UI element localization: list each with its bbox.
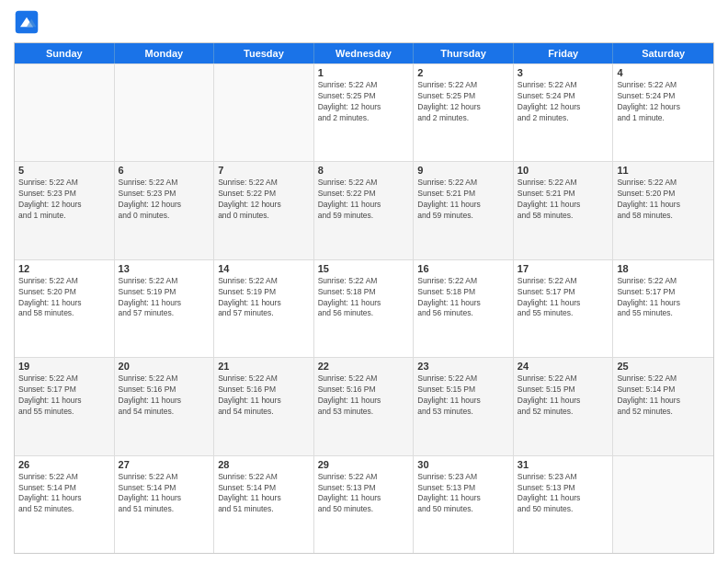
day-number: 18 bbox=[617, 263, 710, 274]
day-number: 19 bbox=[18, 361, 110, 372]
day-cell-16: 16Sunrise: 5:22 AM Sunset: 5:18 PM Dayli… bbox=[414, 260, 514, 357]
day-number: 26 bbox=[18, 459, 110, 470]
cell-info: Sunrise: 5:22 AM Sunset: 5:21 PM Dayligh… bbox=[417, 178, 509, 222]
day-cell-10: 10Sunrise: 5:22 AM Sunset: 5:21 PM Dayli… bbox=[514, 162, 614, 259]
day-number: 8 bbox=[318, 165, 410, 176]
day-cell-9: 9Sunrise: 5:22 AM Sunset: 5:21 PM Daylig… bbox=[414, 162, 514, 259]
day-number: 25 bbox=[617, 361, 710, 372]
day-cell-19: 19Sunrise: 5:22 AM Sunset: 5:17 PM Dayli… bbox=[15, 358, 115, 454]
cell-info: Sunrise: 5:22 AM Sunset: 5:18 PM Dayligh… bbox=[417, 276, 509, 320]
day-cell-18: 18Sunrise: 5:22 AM Sunset: 5:17 PM Dayli… bbox=[613, 260, 713, 357]
cell-info: Sunrise: 5:22 AM Sunset: 5:15 PM Dayligh… bbox=[518, 373, 609, 418]
day-number: 27 bbox=[119, 459, 210, 470]
day-cell-11: 11Sunrise: 5:22 AM Sunset: 5:20 PM Dayli… bbox=[613, 162, 713, 259]
calendar-row-2: 12Sunrise: 5:22 AM Sunset: 5:20 PM Dayli… bbox=[15, 259, 713, 357]
day-number: 17 bbox=[518, 263, 609, 274]
calendar-body: 1Sunrise: 5:22 AM Sunset: 5:25 PM Daylig… bbox=[15, 63, 713, 553]
day-number: 24 bbox=[518, 361, 609, 372]
cell-info: Sunrise: 5:23 AM Sunset: 5:13 PM Dayligh… bbox=[518, 472, 609, 516]
day-cell-23: 23Sunrise: 5:22 AM Sunset: 5:15 PM Dayli… bbox=[414, 358, 514, 454]
day-number: 30 bbox=[417, 459, 509, 470]
cell-info: Sunrise: 5:22 AM Sunset: 5:17 PM Dayligh… bbox=[617, 276, 710, 320]
day-number: 4 bbox=[617, 67, 710, 78]
cell-info: Sunrise: 5:22 AM Sunset: 5:14 PM Dayligh… bbox=[18, 472, 110, 516]
cell-info: Sunrise: 5:22 AM Sunset: 5:16 PM Dayligh… bbox=[318, 373, 410, 418]
cell-info: Sunrise: 5:22 AM Sunset: 5:16 PM Dayligh… bbox=[218, 373, 310, 418]
day-number: 5 bbox=[18, 165, 110, 176]
day-cell-27: 27Sunrise: 5:22 AM Sunset: 5:14 PM Dayli… bbox=[115, 456, 215, 553]
empty-cell bbox=[15, 64, 115, 161]
day-cell-5: 5Sunrise: 5:22 AM Sunset: 5:23 PM Daylig… bbox=[15, 162, 115, 259]
day-cell-26: 26Sunrise: 5:22 AM Sunset: 5:14 PM Dayli… bbox=[15, 456, 115, 553]
cell-info: Sunrise: 5:22 AM Sunset: 5:20 PM Dayligh… bbox=[18, 276, 110, 320]
calendar: SundayMondayTuesdayWednesdayThursdayFrid… bbox=[14, 42, 714, 554]
cell-info: Sunrise: 5:22 AM Sunset: 5:17 PM Dayligh… bbox=[18, 373, 110, 418]
day-cell-22: 22Sunrise: 5:22 AM Sunset: 5:16 PM Dayli… bbox=[314, 358, 415, 454]
day-cell-4: 4Sunrise: 5:22 AM Sunset: 5:24 PM Daylig… bbox=[613, 64, 713, 161]
day-number: 28 bbox=[218, 459, 310, 470]
weekday-header-thursday: Thursday bbox=[414, 43, 514, 63]
day-cell-1: 1Sunrise: 5:22 AM Sunset: 5:25 PM Daylig… bbox=[314, 64, 415, 161]
weekday-header-saturday: Saturday bbox=[613, 43, 713, 63]
cell-info: Sunrise: 5:22 AM Sunset: 5:21 PM Dayligh… bbox=[518, 178, 609, 222]
empty-cell bbox=[115, 64, 215, 161]
day-number: 10 bbox=[518, 165, 609, 176]
day-cell-6: 6Sunrise: 5:22 AM Sunset: 5:23 PM Daylig… bbox=[115, 162, 215, 259]
cell-info: Sunrise: 5:22 AM Sunset: 5:17 PM Dayligh… bbox=[518, 276, 609, 320]
day-cell-14: 14Sunrise: 5:22 AM Sunset: 5:19 PM Dayli… bbox=[214, 260, 314, 357]
cell-info: Sunrise: 5:22 AM Sunset: 5:25 PM Dayligh… bbox=[417, 80, 509, 124]
cell-info: Sunrise: 5:22 AM Sunset: 5:19 PM Dayligh… bbox=[119, 276, 210, 320]
logo bbox=[14, 9, 43, 35]
cell-info: Sunrise: 5:23 AM Sunset: 5:13 PM Dayligh… bbox=[417, 472, 509, 516]
day-cell-30: 30Sunrise: 5:23 AM Sunset: 5:13 PM Dayli… bbox=[414, 456, 514, 553]
weekday-header-tuesday: Tuesday bbox=[214, 43, 314, 63]
day-cell-7: 7Sunrise: 5:22 AM Sunset: 5:22 PM Daylig… bbox=[214, 162, 314, 259]
day-cell-3: 3Sunrise: 5:22 AM Sunset: 5:24 PM Daylig… bbox=[514, 64, 614, 161]
calendar-row-4: 26Sunrise: 5:22 AM Sunset: 5:14 PM Dayli… bbox=[15, 455, 713, 553]
page: SundayMondayTuesdayWednesdayThursdayFrid… bbox=[0, 0, 728, 563]
weekday-header-wednesday: Wednesday bbox=[314, 43, 415, 63]
day-cell-29: 29Sunrise: 5:22 AM Sunset: 5:13 PM Dayli… bbox=[314, 456, 415, 553]
empty-cell bbox=[613, 456, 713, 553]
cell-info: Sunrise: 5:22 AM Sunset: 5:23 PM Dayligh… bbox=[18, 178, 110, 222]
day-cell-31: 31Sunrise: 5:23 AM Sunset: 5:13 PM Dayli… bbox=[514, 456, 614, 553]
empty-cell bbox=[214, 64, 314, 161]
day-number: 11 bbox=[617, 165, 710, 176]
cell-info: Sunrise: 5:22 AM Sunset: 5:24 PM Dayligh… bbox=[518, 80, 609, 124]
cell-info: Sunrise: 5:22 AM Sunset: 5:22 PM Dayligh… bbox=[218, 178, 310, 222]
cell-info: Sunrise: 5:22 AM Sunset: 5:14 PM Dayligh… bbox=[218, 472, 310, 516]
day-number: 23 bbox=[417, 361, 509, 372]
cell-info: Sunrise: 5:22 AM Sunset: 5:14 PM Dayligh… bbox=[119, 472, 210, 516]
cell-info: Sunrise: 5:22 AM Sunset: 5:13 PM Dayligh… bbox=[318, 472, 410, 516]
day-number: 13 bbox=[119, 263, 210, 274]
cell-info: Sunrise: 5:22 AM Sunset: 5:22 PM Dayligh… bbox=[318, 178, 410, 222]
day-cell-25: 25Sunrise: 5:22 AM Sunset: 5:14 PM Dayli… bbox=[613, 358, 713, 454]
cell-info: Sunrise: 5:22 AM Sunset: 5:20 PM Dayligh… bbox=[617, 178, 710, 222]
calendar-row-1: 5Sunrise: 5:22 AM Sunset: 5:23 PM Daylig… bbox=[15, 161, 713, 259]
day-cell-20: 20Sunrise: 5:22 AM Sunset: 5:16 PM Dayli… bbox=[115, 358, 215, 454]
calendar-row-0: 1Sunrise: 5:22 AM Sunset: 5:25 PM Daylig… bbox=[15, 63, 713, 161]
cell-info: Sunrise: 5:22 AM Sunset: 5:14 PM Dayligh… bbox=[617, 373, 710, 418]
day-cell-2: 2Sunrise: 5:22 AM Sunset: 5:25 PM Daylig… bbox=[414, 64, 514, 161]
day-number: 2 bbox=[417, 67, 509, 78]
day-number: 14 bbox=[218, 263, 310, 274]
day-number: 1 bbox=[318, 67, 410, 78]
weekday-header-monday: Monday bbox=[115, 43, 215, 63]
cell-info: Sunrise: 5:22 AM Sunset: 5:15 PM Dayligh… bbox=[417, 373, 509, 418]
day-number: 7 bbox=[218, 165, 310, 176]
day-cell-13: 13Sunrise: 5:22 AM Sunset: 5:19 PM Dayli… bbox=[115, 260, 215, 357]
day-number: 6 bbox=[119, 165, 210, 176]
day-cell-15: 15Sunrise: 5:22 AM Sunset: 5:18 PM Dayli… bbox=[314, 260, 415, 357]
cell-info: Sunrise: 5:22 AM Sunset: 5:25 PM Dayligh… bbox=[318, 80, 410, 124]
header bbox=[14, 9, 714, 35]
cell-info: Sunrise: 5:22 AM Sunset: 5:23 PM Dayligh… bbox=[119, 178, 210, 222]
day-number: 22 bbox=[318, 361, 410, 372]
day-number: 9 bbox=[417, 165, 509, 176]
day-number: 20 bbox=[119, 361, 210, 372]
day-number: 12 bbox=[18, 263, 110, 274]
day-number: 15 bbox=[318, 263, 410, 274]
calendar-row-3: 19Sunrise: 5:22 AM Sunset: 5:17 PM Dayli… bbox=[15, 357, 713, 454]
weekday-header-friday: Friday bbox=[514, 43, 614, 63]
day-cell-21: 21Sunrise: 5:22 AM Sunset: 5:16 PM Dayli… bbox=[214, 358, 314, 454]
cell-info: Sunrise: 5:22 AM Sunset: 5:24 PM Dayligh… bbox=[617, 80, 710, 124]
